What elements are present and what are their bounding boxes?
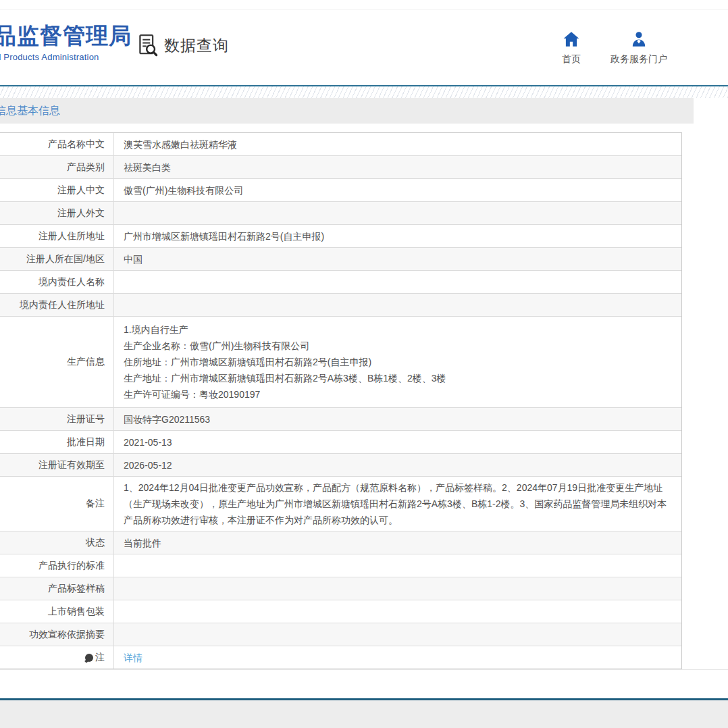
page: 品监督管理局 al Products Administration 数据查询 首… — [0, 0, 728, 728]
row-value: 1、2024年12月04日批准变更产品功效宣称，产品配方（规范原料名称），产品标… — [114, 477, 681, 531]
row-label: 境内责任人名称 — [0, 271, 114, 293]
row-label-text: 状态 — [86, 537, 105, 549]
table-row: 注册人住所地址广州市增城区新塘镇瑶田村石新路2号(自主申报) — [0, 224, 681, 247]
detail-link[interactable]: 详情 — [124, 650, 142, 666]
table-row: 状态当前批件 — [0, 531, 681, 554]
row-value — [114, 294, 681, 316]
data-query-icon — [137, 33, 159, 57]
row-value: 中国 — [114, 248, 681, 270]
row-value — [114, 623, 681, 646]
row-label-text: 备注 — [86, 498, 105, 510]
home-link[interactable]: 首页 — [552, 31, 590, 66]
row-label: 注册证有效期至 — [0, 454, 114, 476]
row-value: 祛斑美白类 — [114, 156, 681, 178]
row-label-text: 产品标签样稿 — [48, 583, 105, 595]
row-label-text: 境内责任人住所地址 — [20, 299, 105, 311]
row-label: 注册人住所地址 — [0, 225, 114, 247]
table-row: 功效宣称依据摘要 — [0, 623, 681, 646]
site-logo[interactable]: 品监督管理局 al Products Administration — [0, 23, 132, 62]
row-label-text: 注册证号 — [67, 413, 105, 425]
footer — [0, 700, 728, 728]
row-label: 产品标签样稿 — [0, 577, 114, 600]
table-row: 境内责任人名称 — [0, 270, 681, 293]
row-label: 注册证号 — [0, 408, 114, 430]
table-row: 注册人所在国/地区中国 — [0, 247, 681, 270]
row-label-text: 注册人中文 — [57, 184, 105, 197]
row-label-text: 产品执行的标准 — [38, 560, 105, 572]
row-label-text: 注册人所在国/地区 — [26, 253, 105, 265]
row-label: 注 — [0, 646, 114, 669]
row-value: 当前批件 — [114, 531, 681, 554]
row-label: 功效宣称依据摘要 — [0, 623, 114, 646]
row-value-line: 住所地址：广州市增城区新塘镇瑶田村石新路2号(自主申报) — [124, 354, 672, 370]
row-label: 注册人中文 — [0, 179, 114, 201]
row-value — [114, 600, 681, 623]
row-label-text: 批准日期 — [67, 436, 105, 448]
row-label-text: 境内责任人名称 — [38, 276, 105, 288]
row-label-text: 注 — [95, 652, 105, 664]
row-value — [114, 202, 681, 224]
row-value: 1.境内自行生产生产企业名称：傲雪(广州)生物科技有限公司住所地址：广州市增城区… — [114, 317, 681, 407]
content-bottom-divider — [0, 669, 728, 670]
table-row: 注册人中文傲雪(广州)生物科技有限公司 — [0, 178, 681, 201]
row-label: 境内责任人住所地址 — [0, 294, 114, 316]
row-label: 批准日期 — [0, 431, 114, 453]
row-label: 注册人外文 — [0, 202, 114, 224]
row-value: 广州市增城区新塘镇瑶田村石新路2号(自主申报) — [114, 225, 681, 247]
info-table: 产品名称中文澳芙雪水感嫩白祛斑精华液产品类别祛斑美白类注册人中文傲雪(广州)生物… — [0, 132, 682, 669]
table-row: 注册人外文 — [0, 201, 681, 224]
home-link-label: 首页 — [562, 53, 581, 66]
row-label: 上市销售包装 — [0, 600, 114, 623]
top-divider — [0, 9, 728, 10]
row-label: 备注 — [0, 477, 114, 531]
row-label-text: 产品类别 — [67, 161, 105, 174]
row-value: 2021-05-13 — [114, 431, 681, 453]
row-label: 生产信息 — [0, 317, 114, 407]
table-row: 产品执行的标准 — [0, 554, 681, 577]
row-value: 详情 — [114, 646, 681, 669]
table-row: 产品标签样稿 — [0, 577, 681, 600]
row-value: 澳芙雪水感嫩白祛斑精华液 — [114, 133, 681, 155]
table-row: 批准日期2021-05-13 — [0, 430, 681, 453]
home-icon — [563, 31, 580, 47]
table-row: 注详情 — [0, 646, 681, 669]
row-value-line: 生产地址：广州市增城区新塘镇瑶田村石新路2号A栋3楼、B栋1楼、2楼、3楼 — [124, 370, 672, 386]
main-content: 信息基本信息 产品名称中文澳芙雪水感嫩白祛斑精华液产品类别祛斑美白类注册人中文傲… — [0, 98, 728, 669]
row-label: 产品类别 — [0, 156, 114, 178]
portal-link[interactable]: 政务服务门户 — [602, 31, 676, 66]
row-label: 状态 — [0, 531, 114, 554]
row-value-line: 生产企业名称：傲雪(广州)生物科技有限公司 — [124, 338, 672, 354]
row-label: 产品名称中文 — [0, 133, 114, 155]
row-value — [114, 271, 681, 293]
row-label-text: 注册人住所地址 — [38, 230, 105, 242]
section-title: 信息基本信息 — [0, 104, 60, 118]
row-label-text: 注册证有效期至 — [38, 459, 105, 471]
site-header: 品监督管理局 al Products Administration 数据查询 首… — [0, 0, 728, 85]
row-value-line: 1.境内自行生产 — [124, 321, 672, 338]
row-label: 产品执行的标准 — [0, 554, 114, 577]
table-row: 上市销售包装 — [0, 600, 681, 623]
note-dot-icon — [85, 654, 93, 662]
section-header: 信息基本信息 — [0, 98, 694, 124]
row-value: 傲雪(广州)生物科技有限公司 — [114, 179, 681, 201]
row-value-line: 生产许可证编号：粤妆20190197 — [124, 386, 672, 402]
row-value: 国妆特字G20211563 — [114, 408, 681, 430]
row-value: 2026-05-12 — [114, 454, 681, 476]
logo-title-cn: 品监督管理局 — [0, 23, 132, 49]
row-label-text: 上市销售包装 — [48, 606, 105, 618]
row-label: 注册人所在国/地区 — [0, 248, 114, 270]
table-row: 产品类别祛斑美白类 — [0, 155, 681, 178]
row-label-text: 产品名称中文 — [48, 138, 105, 151]
table-row: 注册证有效期至2026-05-12 — [0, 453, 681, 476]
table-row: 注册证号国妆特字G20211563 — [0, 407, 681, 430]
row-value — [114, 577, 681, 600]
table-row: 境内责任人住所地址 — [0, 293, 681, 316]
row-label-text: 生产信息 — [67, 356, 105, 368]
nav-data-query-label: 数据查询 — [164, 35, 229, 56]
row-label-text: 注册人外文 — [57, 207, 105, 219]
nav-data-query[interactable]: 数据查询 — [137, 33, 229, 57]
portal-link-label: 政务服务门户 — [610, 53, 667, 66]
table-row: 备注1、2024年12月04日批准变更产品功效宣称，产品配方（规范原料名称），产… — [0, 476, 681, 531]
user-icon — [630, 31, 648, 47]
table-row: 产品名称中文澳芙雪水感嫩白祛斑精华液 — [0, 133, 681, 155]
